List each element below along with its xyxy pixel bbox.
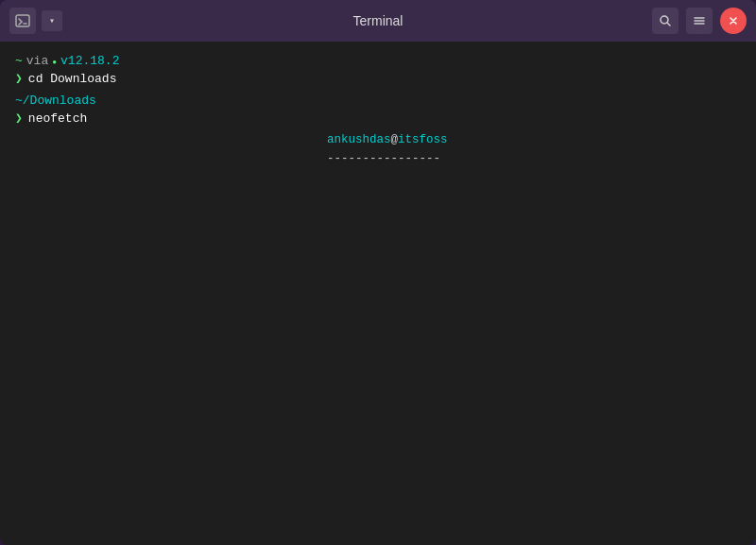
prompt-line-1: ~ via ● v12.18.2 xyxy=(15,53,741,71)
close-button[interactable] xyxy=(720,8,747,34)
menu-button[interactable] xyxy=(686,8,713,34)
hostname: itsfoss xyxy=(398,131,448,149)
cmd2-text: neofetch xyxy=(28,111,87,128)
node-version: v12.18.2 xyxy=(60,53,119,71)
svg-point-1 xyxy=(661,16,668,24)
titlebar-controls xyxy=(652,8,747,34)
arrow-2: ❯ xyxy=(15,111,23,128)
terminal-icon[interactable] xyxy=(9,8,36,34)
at-sign: @ xyxy=(391,131,399,149)
sysinfo: ankushdas@itsfoss ---------------- xyxy=(327,131,448,179)
cmd-line-1: ❯ cd Downloads xyxy=(15,71,741,89)
titlebar-left: ▾ xyxy=(9,8,62,34)
node-dot: ● xyxy=(52,57,57,68)
tilde-1: ~ xyxy=(15,53,23,71)
arrow-1: ❯ xyxy=(15,71,23,89)
cmd-line-2: ❯ neofetch xyxy=(15,111,741,128)
svg-rect-0 xyxy=(16,15,29,26)
neofetch-output: ankushdas@itsfoss ---------------- xyxy=(15,131,741,179)
terminal-window: ▾ Terminal ~ xyxy=(0,0,756,545)
username: ankushdas xyxy=(327,131,391,149)
cmd1-text: cd Downloads xyxy=(28,71,117,89)
sysinfo-separator: ---------------- xyxy=(327,150,448,168)
window-title: Terminal xyxy=(353,13,404,28)
prompt-line-2: ~/Downloads xyxy=(15,93,741,111)
search-button[interactable] xyxy=(652,8,679,34)
separator-line: ---------------- xyxy=(327,150,440,168)
ascii-art xyxy=(15,131,308,179)
terminal-body[interactable]: ~ via ● v12.18.2 ❯ cd Downloads ~/Downlo… xyxy=(0,42,756,545)
sysinfo-header: ankushdas@itsfoss xyxy=(327,131,448,149)
dropdown-icon[interactable]: ▾ xyxy=(42,10,62,31)
titlebar: ▾ Terminal xyxy=(0,0,756,42)
via-label: via xyxy=(26,53,48,71)
dir-label: ~/Downloads xyxy=(15,93,96,111)
